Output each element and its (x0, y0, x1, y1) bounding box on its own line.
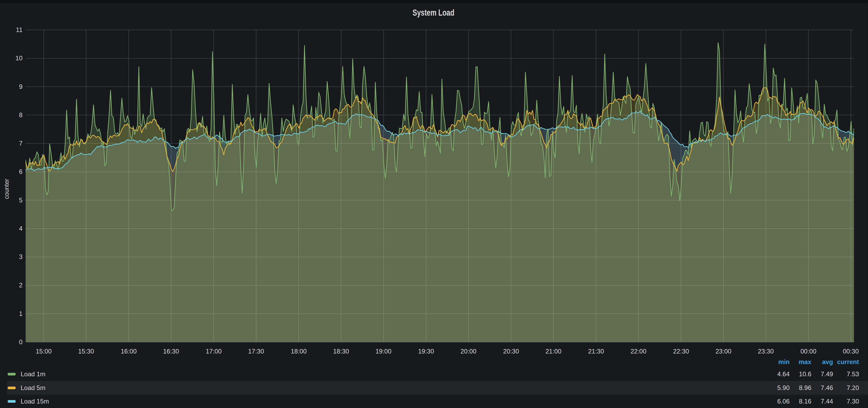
svg-text:19:30: 19:30 (418, 348, 434, 355)
svg-text:10: 10 (16, 55, 23, 62)
svg-text:4.64: 4.64 (777, 370, 789, 378)
svg-text:15:00: 15:00 (36, 348, 52, 355)
svg-text:17:00: 17:00 (206, 348, 222, 355)
svg-text:7.49: 7.49 (820, 370, 833, 378)
svg-text:00:00: 00:00 (801, 348, 816, 355)
svg-text:current: current (837, 358, 859, 365)
svg-text:8.16: 8.16 (799, 398, 811, 405)
svg-text:23:00: 23:00 (715, 348, 732, 355)
svg-text:6: 6 (19, 168, 23, 175)
svg-text:23:30: 23:30 (758, 348, 774, 355)
svg-text:18:00: 18:00 (291, 348, 307, 355)
svg-text:16:00: 16:00 (121, 348, 136, 355)
svg-text:20:00: 20:00 (461, 348, 476, 355)
svg-text:System Load: System Load (412, 7, 455, 18)
svg-text:15:30: 15:30 (78, 348, 94, 355)
svg-text:0: 0 (19, 338, 23, 346)
svg-text:7: 7 (19, 140, 23, 147)
svg-text:5: 5 (19, 197, 23, 204)
svg-text:20:30: 20:30 (503, 348, 519, 355)
svg-text:avg: avg (822, 358, 833, 365)
svg-text:8: 8 (19, 111, 23, 118)
svg-text:21:30: 21:30 (588, 348, 604, 355)
svg-text:4: 4 (19, 225, 23, 232)
svg-text:7.46: 7.46 (820, 384, 833, 391)
svg-text:Load 15m: Load 15m (21, 398, 49, 405)
svg-text:max: max (799, 358, 812, 365)
svg-text:22:00: 22:00 (630, 348, 646, 355)
svg-text:11: 11 (16, 26, 23, 33)
svg-text:7.30: 7.30 (846, 398, 859, 405)
svg-text:min: min (778, 358, 789, 365)
svg-text:21:00: 21:00 (546, 348, 561, 355)
svg-text:2: 2 (19, 281, 23, 289)
svg-text:19:00: 19:00 (375, 348, 391, 355)
svg-text:22:30: 22:30 (673, 348, 689, 355)
svg-text:16:30: 16:30 (163, 348, 179, 355)
svg-text:7.44: 7.44 (820, 398, 833, 405)
svg-text:1: 1 (19, 310, 23, 317)
svg-text:8.96: 8.96 (799, 384, 811, 391)
svg-text:17:30: 17:30 (248, 348, 264, 355)
svg-text:9: 9 (19, 83, 23, 90)
svg-text:6.06: 6.06 (777, 398, 789, 405)
svg-text:00:30: 00:30 (843, 348, 859, 355)
svg-text:counter: counter (3, 179, 10, 199)
svg-text:Load 5m: Load 5m (21, 384, 45, 391)
svg-text:3: 3 (19, 253, 23, 260)
svg-text:5.90: 5.90 (777, 384, 789, 391)
svg-text:7.53: 7.53 (846, 370, 859, 378)
svg-text:18:30: 18:30 (333, 348, 349, 355)
svg-text:Load 1m: Load 1m (21, 370, 45, 378)
svg-text:7.20: 7.20 (846, 384, 859, 391)
svg-text:10.6: 10.6 (799, 370, 811, 378)
